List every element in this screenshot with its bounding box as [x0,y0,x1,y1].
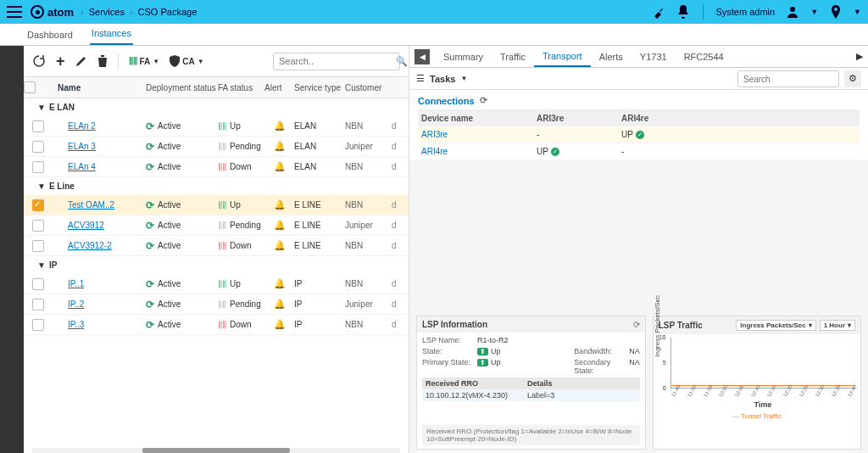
tab-transport[interactable]: Transport [534,46,591,67]
row-checkbox[interactable] [32,299,44,310]
up-badge: ⬆ [477,359,488,366]
bell-icon[interactable] [677,5,691,19]
bell-icon: 🔔 [274,278,286,288]
row-checkbox[interactable] [32,220,44,232]
tab-summary[interactable]: Summary [435,46,492,67]
logo-icon [31,5,44,19]
horizontal-scrollbar[interactable] [32,448,400,453]
wrench-icon[interactable] [652,5,665,19]
left-search[interactable]: 🔍 [273,53,400,70]
select-all-checkbox[interactable] [24,81,36,93]
fa-dropdown[interactable]: ⦀⦀ FA ▼ [129,54,160,68]
location-icon[interactable] [830,5,842,19]
refresh-icon[interactable]: ⟳ [633,320,640,329]
device-link[interactable]: ARI4re [418,147,537,156]
pulse-icon: ⦀⦀ [218,140,226,154]
x-tick: 11:50 [687,388,695,398]
row-checkbox[interactable] [32,120,44,132]
refresh-icon[interactable] [32,54,46,68]
row-checkbox[interactable] [32,240,44,252]
search-input[interactable] [279,56,396,66]
play-icon[interactable]: ▶ [856,51,863,62]
col-customer[interactable]: Customer [345,83,392,92]
instance-link[interactable]: ACV3912-2 [53,241,146,250]
ca-dropdown[interactable]: CA ▼ [170,55,203,67]
tab-alerts[interactable]: Alerts [591,46,632,67]
row-checkbox[interactable] [32,278,44,290]
active-icon: ⟳ [146,299,154,310]
lsp-info-card: LSP Information ⟳ LSP Name:R1-to-R2 Stat… [416,316,646,450]
table-row[interactable]: IP..3⟳Active⦀⦀Down🔔IPNBNd [24,315,409,335]
tab-traffic[interactable]: Traffic [492,46,534,67]
group-header[interactable]: ▼ E LAN [24,98,409,116]
instance-link[interactable]: IP..2 [53,299,146,309]
connection-row[interactable]: ARI3re-UP ✓ [418,126,860,143]
chevron-down-icon[interactable]: ▼ [810,8,818,16]
col-ari4re: ARI4re [621,114,706,123]
tasks-label[interactable]: Tasks [430,74,455,84]
instance-link[interactable]: IP..3 [53,320,146,329]
table-row[interactable]: ACV3912-2⟳Active⦀⦀Down🔔E LINENBNd [24,236,409,256]
col-fa-status[interactable]: FA status [218,83,264,92]
group-header[interactable]: ▼ IP [24,256,409,274]
instance-link[interactable]: ELAn 3 [53,142,146,151]
delete-icon[interactable] [97,55,108,67]
tab-rfc2544[interactable]: RFC2544 [676,46,732,67]
instance-link[interactable]: ACV3912 [53,221,146,230]
collapsed-sidebar[interactable] [0,46,24,453]
col-deployment-status[interactable]: Deployment status [146,83,218,92]
tab-dashboard[interactable]: Dashboard [25,25,75,45]
active-icon: ⟳ [146,240,154,252]
instance-link[interactable]: ELAn 4 [53,162,146,171]
chevron-down-icon: ▼ [198,58,204,65]
instance-link[interactable]: Test OAM..2 [53,200,146,210]
table-row[interactable]: ACV3912⟳Active⦀⦀Pending🔔E LINEJuniperd [24,215,409,236]
row-checkbox[interactable] [32,319,44,331]
settings-icon[interactable]: ⚙ [844,70,861,87]
search-icon[interactable]: 🔍 [396,56,408,67]
active-icon: ⟳ [146,161,154,173]
group-header[interactable]: ▼ E Line [24,177,409,195]
hamburger-icon[interactable] [7,6,24,18]
rro-row[interactable]: 10.100.12.2(vMX-4.230) Label=3 [422,389,640,401]
table-row[interactable]: ELAn 4⟳Active⦀⦀Down🔔ELANNBNd [24,157,409,177]
card-title: LSP Traffic [659,321,703,330]
tasks-bar: ☰ Tasks ▼ ⚙ [409,68,868,90]
col-name[interactable]: Name [53,83,146,92]
pulse-icon: ⦀⦀ [218,277,226,291]
table-row[interactable]: IP..1⟳Active⦀⦀Up🔔IPNBNd [24,274,409,294]
tab-y1731[interactable]: Y1731 [632,46,676,67]
table-row[interactable]: ELAn 2⟳Active⦀⦀Up🔔ELANNBNd [24,116,409,137]
col-alert[interactable]: Alert [264,83,294,92]
collapse-left-icon[interactable]: ◀ [415,49,430,64]
table-row[interactable]: ELAn 3⟳Active⦀⦀Pending🔔ELANJuniperd [24,137,409,157]
metric-select[interactable]: Ingress Packets/Sec▾ [736,320,815,331]
table-row[interactable]: Test OAM..2⟳Active⦀⦀Up🔔E LINENBNd [24,195,409,215]
add-icon[interactable]: + [56,53,65,70]
row-checkbox[interactable] [32,141,44,153]
app-logo[interactable]: atom [31,5,74,19]
chevron-down-icon[interactable]: ▼ [460,75,467,82]
connection-row[interactable]: ARI4reUP ✓- [418,143,860,160]
caret-down-icon: ▼ [37,182,46,191]
instance-link[interactable]: IP..1 [53,279,146,288]
instance-link[interactable]: ELAn 2 [53,121,146,131]
col-service-type[interactable]: Service type [294,83,345,92]
edit-icon[interactable] [75,55,87,67]
breadcrumb-services[interactable]: Services [89,7,125,17]
range-select[interactable]: 1 Hour▾ [820,320,855,331]
search-input[interactable] [743,75,833,84]
device-link[interactable]: ARI3re [418,130,537,139]
tab-instances[interactable]: Instances [90,23,133,45]
breadcrumb-package[interactable]: CSO Package [138,7,198,17]
chevron-down-icon[interactable]: ▼ [854,8,861,16]
pulse-icon: ⦀⦀ [218,160,226,174]
table-row[interactable]: IP..2⟳Active⦀⦀Pending🔔IPJuniperd [24,294,409,315]
pulse-icon: ⦀⦀ [218,199,226,212]
user-icon[interactable] [787,6,798,18]
left-toolbar: + ⦀⦀ FA ▼ CA ▼ 🔍 [24,46,409,76]
row-checkbox[interactable] [32,161,44,173]
row-checkbox[interactable] [32,199,44,211]
brand-text: atom [47,6,74,19]
refresh-icon[interactable]: ⟳ [480,95,487,106]
